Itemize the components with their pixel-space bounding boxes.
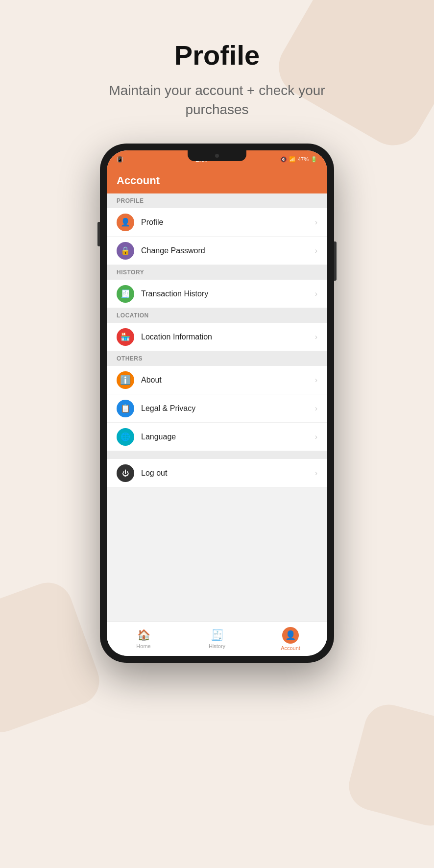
bottom-nav: 🏠 Home 🧾 History 👤 Account	[107, 622, 327, 656]
section-label-history: HISTORY	[107, 265, 327, 280]
section-label-logout	[107, 451, 327, 459]
battery-text: 47%	[298, 156, 309, 162]
menu-item-legal-privacy[interactable]: 📋 Legal & Privacy ›	[107, 394, 327, 423]
mute-icon: 🔇	[280, 156, 287, 163]
camera	[215, 154, 219, 158]
section-label-others: OTHERS	[107, 351, 327, 366]
page-title: Profile	[0, 39, 434, 71]
about-chevron: ›	[315, 376, 317, 385]
menu-item-profile[interactable]: 👤 Profile ›	[107, 208, 327, 237]
status-right-icons: 🔇 📶 47% 🔋	[280, 156, 317, 163]
about-label: About	[141, 376, 315, 385]
menu-item-logout[interactable]: ⏻ Log out ›	[107, 459, 327, 487]
menu-item-change-password[interactable]: 🔒 Change Password ›	[107, 237, 327, 265]
location-information-chevron: ›	[315, 333, 317, 341]
language-icon: 🌐	[117, 428, 134, 446]
phone-notch	[188, 150, 246, 161]
menu-item-location-information[interactable]: 🏪 Location Information ›	[107, 323, 327, 351]
about-icon: ℹ️	[117, 371, 134, 389]
language-label: Language	[141, 433, 315, 441]
change-password-chevron: ›	[315, 246, 317, 255]
app-header-title: Account	[117, 174, 160, 187]
app-content: PROFILE 👤 Profile › 🔒 Change Password › …	[107, 193, 327, 622]
nav-account[interactable]: 👤 Account	[254, 627, 327, 651]
status-left-icons: 📳	[117, 156, 123, 163]
profile-chevron: ›	[315, 218, 317, 227]
nav-history[interactable]: 🧾 History	[180, 629, 254, 649]
transaction-history-icon: 🧾	[117, 285, 134, 303]
account-nav-icon: 👤	[282, 627, 299, 644]
phone-screen: 📳 1:57 🔇 📶 47% 🔋 Account PROFILE 👤	[107, 150, 327, 656]
change-password-icon: 🔒	[117, 242, 134, 260]
page-header: Profile Maintain your account + check yo…	[0, 0, 434, 144]
wifi-icon: 📶	[289, 156, 296, 163]
app-header: Account	[107, 168, 327, 193]
legal-privacy-icon: 📋	[117, 400, 134, 417]
legal-privacy-label: Legal & Privacy	[141, 404, 315, 413]
home-nav-label: Home	[136, 643, 150, 649]
language-chevron: ›	[315, 433, 317, 441]
location-information-label: Location Information	[141, 333, 315, 341]
logout-chevron: ›	[315, 469, 317, 478]
history-nav-label: History	[209, 643, 225, 649]
menu-item-about[interactable]: ℹ️ About ›	[107, 366, 327, 394]
home-nav-icon: 🏠	[137, 629, 150, 642]
battery-icon: 🔋	[311, 156, 317, 163]
transaction-history-label: Transaction History	[141, 289, 315, 298]
history-nav-icon: 🧾	[211, 629, 224, 642]
legal-privacy-chevron: ›	[315, 404, 317, 413]
account-nav-label: Account	[281, 645, 300, 651]
profile-icon: 👤	[117, 214, 134, 231]
location-information-icon: 🏪	[117, 328, 134, 346]
transaction-history-chevron: ›	[315, 289, 317, 298]
page-subtitle: Maintain your account + check your purch…	[80, 81, 354, 119]
phone-mockup: 📳 1:57 🔇 📶 47% 🔋 Account PROFILE 👤	[0, 144, 434, 663]
section-label-profile: PROFILE	[107, 193, 327, 208]
logout-label: Log out	[141, 469, 315, 478]
phone-frame: 📳 1:57 🔇 📶 47% 🔋 Account PROFILE 👤	[100, 144, 334, 663]
menu-item-language[interactable]: 🌐 Language ›	[107, 423, 327, 451]
section-label-location: LOCATION	[107, 308, 327, 323]
menu-item-transaction-history[interactable]: 🧾 Transaction History ›	[107, 280, 327, 308]
logout-icon: ⏻	[117, 464, 134, 482]
profile-label: Profile	[141, 218, 315, 227]
nav-home[interactable]: 🏠 Home	[107, 629, 180, 649]
change-password-label: Change Password	[141, 246, 315, 255]
